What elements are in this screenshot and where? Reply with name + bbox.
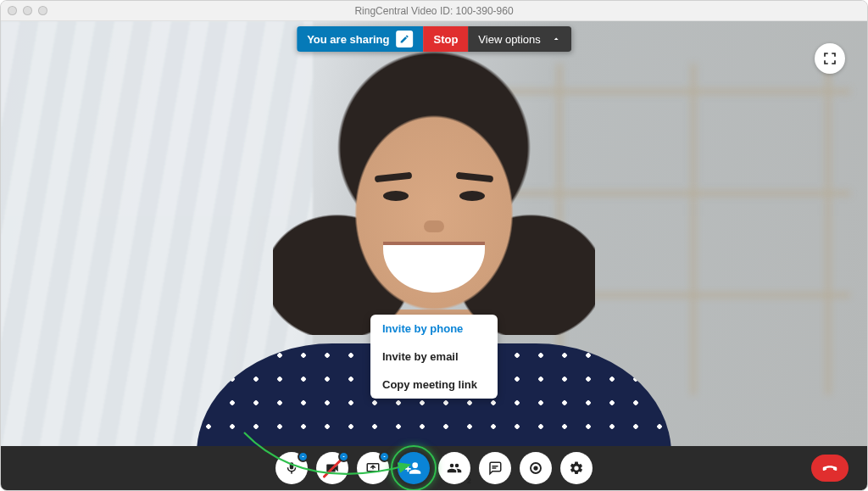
participants-icon: [447, 460, 462, 476]
sharing-banner: You are sharing Stop View options: [297, 26, 571, 52]
fullscreen-button[interactable]: [815, 43, 845, 74]
window-minimize-icon[interactable]: [23, 6, 32, 15]
stop-sharing-button[interactable]: Stop: [423, 26, 468, 52]
participants-button[interactable]: 2: [438, 452, 470, 484]
leave-call-button[interactable]: [811, 455, 849, 482]
video-menu-caret-icon[interactable]: [338, 451, 349, 462]
chat-button[interactable]: [479, 452, 511, 484]
invite-popover: Invite by phoneInvite by emailCopy meeti…: [370, 315, 498, 399]
invite-option[interactable]: Invite by phone: [370, 315, 498, 343]
sharing-label: You are sharing: [307, 33, 389, 46]
title-bar: RingCentral Video ID: 100-390-960: [1, 1, 867, 21]
fullscreen-icon: [822, 51, 837, 66]
share-menu-caret-icon[interactable]: [379, 451, 390, 462]
background-shelf: [460, 64, 850, 395]
pencil-icon: [399, 34, 409, 44]
share-screen-icon: [365, 460, 381, 476]
share-screen-button[interactable]: [357, 452, 389, 484]
participant-count: 2: [467, 477, 471, 485]
control-buttons: 2: [275, 452, 593, 484]
sharing-indicator: You are sharing: [297, 26, 423, 52]
window-close-icon[interactable]: [8, 6, 17, 15]
record-button[interactable]: [520, 452, 552, 484]
svg-point-2: [533, 466, 537, 470]
view-options-label: View options: [478, 33, 540, 46]
window-controls: [8, 6, 47, 15]
hangup-phone-icon: [821, 459, 839, 477]
microphone-icon: [284, 460, 299, 476]
stop-label: Stop: [433, 33, 458, 46]
settings-gear-icon: [569, 460, 584, 476]
view-options-button[interactable]: View options: [468, 26, 570, 52]
settings-button[interactable]: [560, 452, 593, 484]
mute-button[interactable]: [275, 452, 308, 484]
window-title: RingCentral Video ID: 100-390-960: [1, 5, 867, 17]
background-curtain: [1, 21, 313, 446]
record-icon: [528, 460, 543, 476]
invite-person-icon: [405, 460, 422, 477]
video-button[interactable]: [316, 452, 348, 484]
app-window: RingCentral Video ID: 100-390-960 You ar…: [0, 0, 868, 491]
annotate-button[interactable]: [396, 31, 413, 47]
chevron-up-icon: [551, 34, 561, 44]
chat-icon: [487, 460, 503, 476]
invite-option[interactable]: Copy meeting link: [370, 371, 498, 399]
video-area: You are sharing Stop View options Invite…: [1, 21, 867, 446]
mute-menu-caret-icon[interactable]: [298, 451, 309, 462]
control-bar: 2: [1, 446, 867, 490]
invite-button[interactable]: [398, 452, 430, 484]
invite-option[interactable]: Invite by email: [370, 343, 498, 371]
window-zoom-icon[interactable]: [38, 6, 47, 15]
